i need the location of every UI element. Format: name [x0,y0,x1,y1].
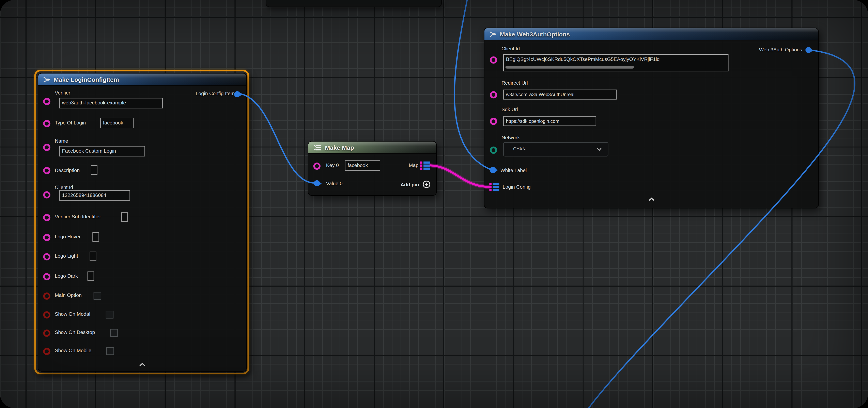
wire-loginconfigitem-to-value0[interactable] [238,94,315,183]
wire-map-to-loginconfig-glow [430,165,491,187]
wire-top-to-whitelabel[interactable] [455,0,491,170]
blueprint-editor-window: Make LoginConfigItem Login Config Item V… [0,0,868,408]
wire-web3authoptions-output[interactable] [585,50,855,408]
blueprint-graph-canvas[interactable]: Make LoginConfigItem Login Config Item V… [0,0,868,408]
wire-layer [0,0,868,408]
